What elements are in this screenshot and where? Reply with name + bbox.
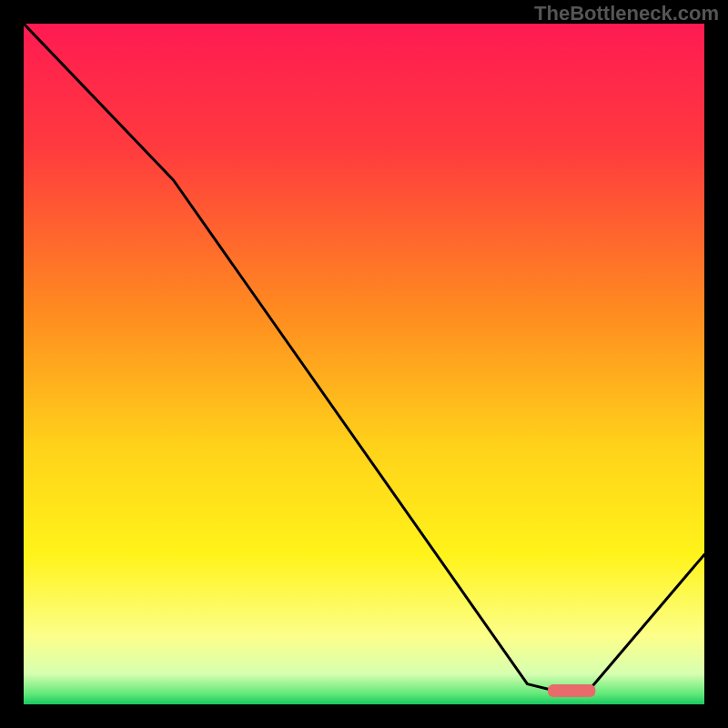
chart-background	[24, 24, 704, 704]
optimal-marker	[548, 684, 595, 697]
bottleneck-chart	[24, 24, 704, 704]
watermark-text: TheBottleneck.com	[534, 2, 719, 25]
chart-svg	[24, 24, 704, 704]
